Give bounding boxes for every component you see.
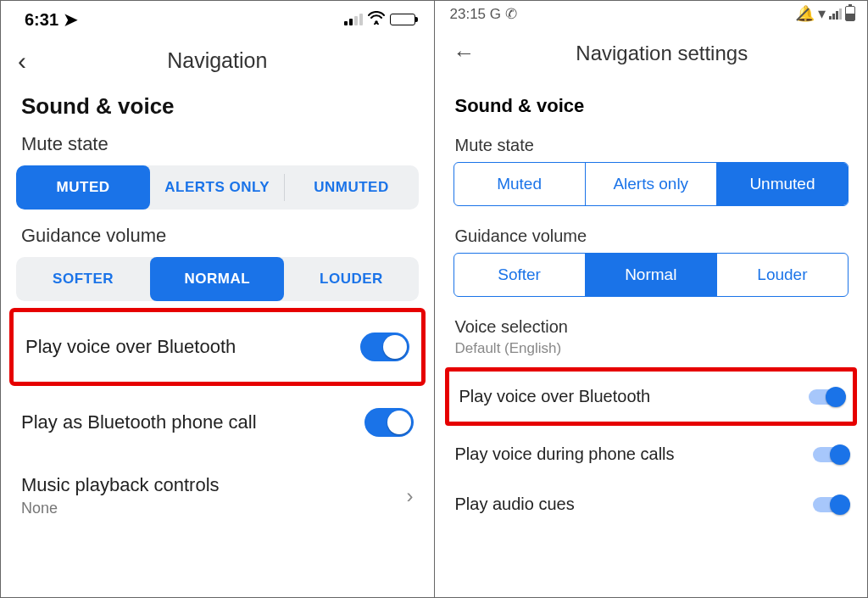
back-button[interactable]: ‹ — [18, 48, 26, 74]
row-play-voice-bluetooth[interactable]: Play voice over Bluetooth — [449, 372, 854, 422]
highlight-bluetooth: Play voice over Bluetooth — [9, 308, 426, 386]
row-play-audio-cues[interactable]: Play audio cues — [435, 479, 868, 529]
highlight-bluetooth: Play voice over Bluetooth — [445, 367, 858, 426]
android-status-bar: 23:15 G ✆ 🔔 ▾ — [435, 1, 868, 25]
cellular-signal-icon — [344, 14, 363, 25]
toggle-play-voice-bluetooth[interactable] — [809, 389, 843, 405]
mute-state-segmented: MUTED ALERTS ONLY UNMUTED — [16, 165, 419, 210]
row-value: Default (English) — [455, 340, 848, 357]
mute-bell-icon: 🔔 — [796, 4, 815, 23]
mute-state-segmented: Muted Alerts only Unmuted — [453, 162, 849, 206]
page-title: Navigation settings — [509, 42, 815, 65]
guidance-option-louder[interactable]: Louder — [716, 254, 848, 296]
ios-header: ‹ Navigation — [1, 33, 434, 87]
guidance-volume-segmented: SOFTER NORMAL LOUDER — [16, 257, 419, 301]
toggle-play-audio-cues[interactable] — [813, 497, 847, 512]
mute-state-label: Mute state — [1, 125, 434, 160]
mute-option-muted[interactable]: Muted — [454, 163, 585, 205]
android-status-right: 🔔 ▾ — [796, 4, 855, 23]
row-voice-selection[interactable]: Voice selection Default (English) — [435, 305, 868, 362]
cellular-signal-icon — [829, 8, 842, 20]
row-label: Play voice over Bluetooth — [25, 336, 236, 358]
wifi-icon — [368, 11, 385, 29]
android-status-left: 23:15 G ✆ — [450, 5, 517, 23]
guidance-volume-label: Guidance volume — [435, 215, 868, 253]
guidance-option-softer[interactable]: SOFTER — [16, 257, 150, 301]
mute-option-unmuted[interactable]: Unmuted — [716, 163, 848, 205]
signal-down-icon: ▾ — [818, 4, 826, 23]
mute-option-unmuted[interactable]: UNMUTED — [284, 165, 418, 210]
toggle-play-as-phone-call[interactable] — [364, 408, 414, 437]
row-label: Play as Bluetooth phone call — [21, 411, 257, 433]
ios-pane: 6:31 ➤ ‹ Navigation Sound & voice Mute s… — [1, 1, 435, 597]
mute-state-label: Mute state — [435, 124, 868, 162]
battery-icon — [390, 14, 415, 25]
row-play-voice-during-calls[interactable]: Play voice during phone calls — [435, 429, 868, 479]
guidance-option-normal[interactable]: NORMAL — [150, 257, 284, 301]
guidance-option-normal[interactable]: Normal — [585, 254, 716, 296]
ios-status-bar: 6:31 ➤ — [1, 1, 434, 33]
svg-point-0 — [375, 20, 378, 24]
guidance-option-louder[interactable]: LOUDER — [284, 257, 418, 301]
row-label: Play audio cues — [455, 495, 575, 514]
row-play-voice-bluetooth[interactable]: Play voice over Bluetooth — [14, 314, 421, 380]
google-icon: G — [490, 6, 501, 22]
battery-icon — [845, 6, 855, 21]
ios-status-right — [344, 11, 415, 29]
row-label: Music playback controls — [21, 474, 220, 496]
chevron-right-icon: › — [407, 484, 414, 508]
toggle-play-voice-bluetooth[interactable] — [360, 333, 409, 361]
row-value: None — [21, 500, 220, 517]
page-title: Navigation — [167, 48, 267, 73]
android-header: ← Navigation settings — [435, 25, 868, 78]
mute-option-alerts[interactable]: Alerts only — [585, 163, 716, 205]
guidance-volume-segmented: Softer Normal Louder — [453, 253, 849, 297]
row-label: Play voice over Bluetooth — [459, 387, 651, 406]
phone-icon: ✆ — [505, 6, 517, 22]
mute-option-alerts[interactable]: ALERTS ONLY — [150, 165, 284, 210]
mute-option-muted[interactable]: MUTED — [16, 165, 150, 210]
guidance-option-softer[interactable]: Softer — [454, 254, 585, 296]
section-sound-voice: Sound & voice — [1, 87, 434, 125]
android-pane: 23:15 G ✆ 🔔 ▾ ← Navigation settings Soun… — [435, 1, 868, 597]
status-time: 23:15 — [450, 6, 487, 22]
back-button[interactable]: ← — [453, 40, 476, 66]
row-label: Play voice during phone calls — [455, 444, 675, 464]
row-music-playback-controls[interactable]: Music playback controls None › — [1, 455, 434, 536]
toggle-play-voice-during-calls[interactable] — [813, 447, 847, 462]
guidance-volume-label: Guidance volume — [1, 216, 434, 252]
row-play-as-phone-call[interactable]: Play as Bluetooth phone call — [1, 389, 434, 455]
status-time: 6:31 — [25, 10, 58, 29]
ios-status-left: 6:31 ➤ — [25, 9, 78, 30]
row-label: Voice selection — [455, 317, 848, 337]
location-arrow-icon: ➤ — [64, 10, 78, 29]
section-sound-voice: Sound & voice — [435, 78, 868, 124]
